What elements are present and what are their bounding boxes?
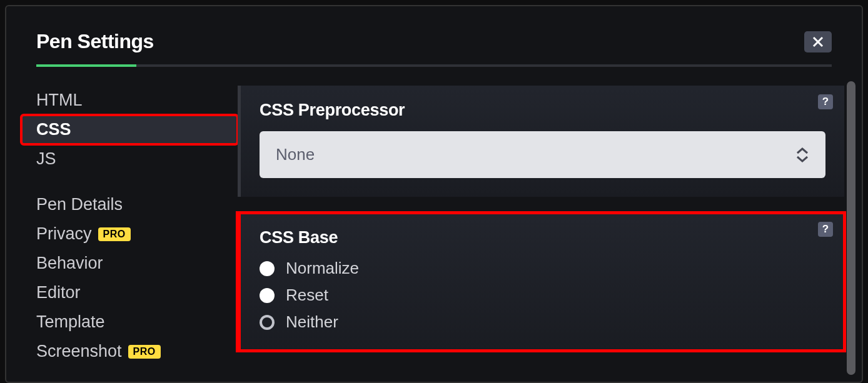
radio-icon [260, 261, 275, 276]
sidebar-item-label: CSS [36, 120, 71, 139]
sidebar-item-label: Privacy [36, 224, 92, 244]
sidebar-item-js[interactable]: JS [21, 144, 238, 174]
close-icon [812, 36, 824, 47]
close-button[interactable] [804, 31, 832, 52]
preprocessor-select[interactable]: None [260, 131, 825, 178]
sidebar-item-label: Pen Details [36, 195, 123, 214]
css-base-panel: ? CSS Base Normalize Reset Neither [238, 213, 844, 351]
sidebar-item-editor[interactable]: Editor [21, 278, 238, 307]
modal-title: Pen Settings [36, 30, 154, 53]
chevron-up-down-icon [795, 147, 809, 162]
help-icon[interactable]: ? [818, 222, 833, 237]
radio-option-neither[interactable]: Neither [260, 312, 825, 332]
radio-label: Neither [286, 312, 338, 332]
radio-label: Reset [286, 286, 328, 305]
sidebar-item-label: Template [36, 312, 105, 332]
settings-main: ? CSS Preprocessor None ? CSS Base Norma [238, 86, 862, 382]
settings-sidebar: HTML CSS JS Pen Details Privacy PRO [6, 86, 238, 382]
radio-option-reset[interactable]: Reset [260, 286, 825, 305]
sidebar-item-label: Editor [36, 283, 81, 302]
help-icon[interactable]: ? [818, 94, 833, 109]
panel-title: CSS Base [260, 228, 825, 247]
sidebar-item-pen-details[interactable]: Pen Details [21, 190, 238, 219]
pro-badge: PRO [128, 345, 161, 359]
radio-label: Normalize [286, 259, 359, 278]
pen-settings-modal: Pen Settings HTML CSS JS [5, 5, 863, 383]
pro-badge: PRO [98, 227, 131, 241]
sidebar-item-label: HTML [36, 91, 83, 110]
sidebar-item-screenshot[interactable]: Screenshot PRO [21, 337, 238, 366]
sidebar-item-template[interactable]: Template [21, 307, 238, 337]
modal-content: HTML CSS JS Pen Details Privacy PRO [6, 67, 862, 382]
sidebar-item-privacy[interactable]: Privacy PRO [21, 219, 238, 249]
radio-icon [260, 315, 275, 330]
sidebar-item-html[interactable]: HTML [21, 86, 238, 115]
sidebar-group-languages: HTML CSS JS [21, 86, 238, 174]
panel-title: CSS Preprocessor [260, 101, 825, 120]
scrollbar[interactable] [847, 81, 855, 375]
header-underline [36, 64, 832, 67]
sidebar-group-settings: Pen Details Privacy PRO Behavior Editor … [21, 190, 238, 366]
select-value: None [276, 145, 315, 164]
sidebar-item-label: Behavior [36, 254, 103, 273]
sidebar-item-label: JS [36, 149, 56, 169]
sidebar-item-css[interactable]: CSS [21, 115, 238, 144]
css-preprocessor-panel: ? CSS Preprocessor None [238, 86, 844, 197]
radio-icon [260, 288, 275, 303]
sidebar-item-label: Screenshot [36, 342, 122, 361]
sidebar-item-behavior[interactable]: Behavior [21, 249, 238, 278]
radio-option-normalize[interactable]: Normalize [260, 259, 825, 278]
css-base-radio-group: Normalize Reset Neither [260, 259, 825, 332]
modal-header: Pen Settings [6, 6, 862, 64]
